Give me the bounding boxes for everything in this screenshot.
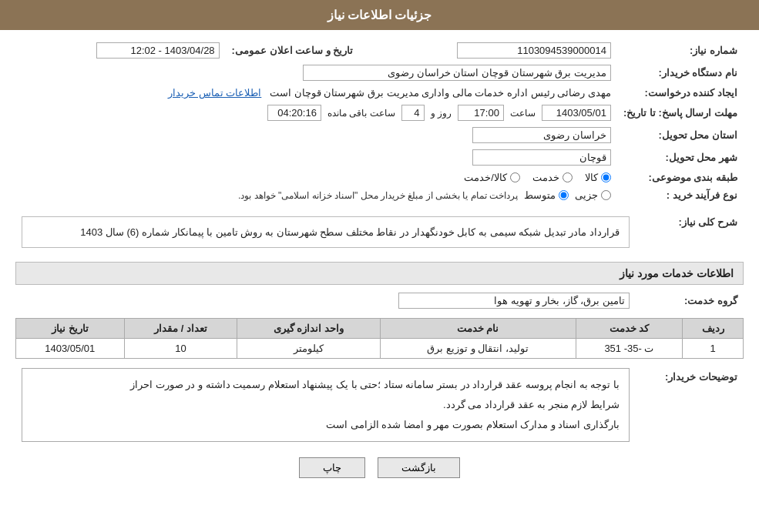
- col-unit: واحد اندازه گیری: [237, 319, 380, 339]
- need-desc-value: قرارداد مادر تبدیل شبکه سیمی به کابل خود…: [15, 210, 636, 254]
- deadline-time-display: 17:00: [458, 105, 504, 121]
- deadline-label: مهلت ارسال پاسخ: تا تاریخ:: [617, 102, 744, 124]
- info-table: شماره نیاز: 1103094539000014 تاریخ و ساع…: [15, 39, 744, 204]
- col-date: تاریخ نیاز: [16, 319, 125, 339]
- process-label: نوع فرآیند خرید :: [617, 186, 744, 204]
- cell-date: 1403/05/01: [16, 339, 125, 359]
- process-option-motavvaset[interactable]: متوسط: [524, 189, 569, 201]
- buyer-org-display: مدیریت برق شهرستان قوچان استان خراسان رض…: [303, 65, 611, 81]
- buyer-org-label: نام دستگاه خریدار:: [617, 62, 744, 84]
- service-group-label: گروه خدمت:: [636, 289, 744, 312]
- category-row: کالا خدمت کالا/خدمت: [15, 169, 617, 186]
- deadline-day-label: روز و: [431, 108, 452, 119]
- buyer-notes-label: توضیحات خریدار:: [636, 365, 744, 445]
- back-button[interactable]: بازگشت: [378, 457, 460, 478]
- category-option-khedmat[interactable]: خدمت: [532, 172, 573, 183]
- announce-date-display: 1403/04/28 - 12:02: [96, 42, 220, 59]
- services-header: اطلاعات خدمات مورد نیاز: [15, 262, 744, 285]
- need-number-display: 1103094539000014: [457, 42, 611, 59]
- buyer-notes-value: با توجه به انجام پروسه عقد قرارداد در بس…: [15, 365, 636, 445]
- buyer-note-line: با توجه به انجام پروسه عقد قرارداد در بس…: [32, 375, 620, 395]
- services-table: ردیف کد خدمت نام خدمت واحد اندازه گیری ت…: [15, 318, 744, 359]
- creator-value: مهدی رضائی رئیس اداره خدمات مالی واداری …: [270, 87, 611, 99]
- col-row: ردیف: [683, 319, 744, 339]
- remaining-label: ساعت باقی مانده: [327, 108, 395, 119]
- need-desc-label: شرح کلی نیاز:: [636, 210, 744, 254]
- city-value: قوچان: [15, 146, 617, 169]
- col-code: کد خدمت: [576, 319, 683, 339]
- announce-date-label: تاریخ و ساعت اعلان عمومی:: [226, 39, 360, 62]
- cell-name: تولید، انتقال و توزیع برق: [380, 339, 576, 359]
- col-quantity: تعداد / مقدار: [124, 319, 237, 339]
- remaining-time-display: 04:20:16: [267, 105, 321, 121]
- process-note: پرداخت تمام یا بخشی از مبلغ خریدار محل "…: [238, 190, 518, 201]
- process-option-jazei[interactable]: جزیی: [575, 189, 611, 201]
- announce-date-value: 1403/04/28 - 12:02: [15, 39, 226, 62]
- province-label: استان محل تحویل:: [617, 124, 744, 146]
- category-label: طبقه بندی موضوعی:: [617, 169, 744, 186]
- cell-unit: کیلومتر: [237, 339, 380, 359]
- deadline-row: 1403/05/01 ساعت 17:00 روز و 4 ساعت باقی …: [15, 102, 617, 124]
- need-number-value: 1103094539000014: [359, 39, 617, 62]
- need-desc-text: قرارداد مادر تبدیل شبکه سیمی به کابل خود…: [80, 226, 620, 238]
- cell-quantity: 10: [124, 339, 237, 359]
- category-option-kala[interactable]: کالا: [585, 172, 611, 183]
- deadline-date-display: 1403/05/01: [542, 105, 611, 121]
- deadline-time-label: ساعت: [510, 108, 536, 119]
- process-row: جزیی متوسط پرداخت تمام یا بخشی از مبلغ خ…: [15, 186, 617, 204]
- creator-link[interactable]: اطلاعات تماس خریدار: [168, 87, 261, 99]
- creator-row: مهدی رضائی رئیس اداره خدمات مالی واداری …: [15, 84, 617, 102]
- need-description-table: شرح کلی نیاز: قرارداد مادر تبدیل شبکه سی…: [15, 210, 744, 254]
- footer-buttons: بازگشت چاپ: [15, 457, 744, 478]
- need-number-label: شماره نیاز:: [617, 39, 744, 62]
- province-value: خراسان رضوی: [15, 124, 617, 146]
- buyer-note-line: بارگذاری اسناد و مدارک استعلام بصورت مهر…: [32, 415, 620, 435]
- buyer-notes-box: با توجه به انجام پروسه عقد قرارداد در بس…: [22, 368, 630, 442]
- need-desc-box: قرارداد مادر تبدیل شبکه سیمی به کابل خود…: [22, 216, 630, 248]
- category-option-both[interactable]: کالا/خدمت: [464, 172, 520, 183]
- page-title: جزئیات اطلاعات نیاز: [327, 8, 432, 22]
- city-display: قوچان: [472, 149, 611, 166]
- creator-label: ایجاد کننده درخواست:: [617, 84, 744, 102]
- service-group-value: تامین برق، گاز، بخار و تهویه هوا: [15, 289, 636, 312]
- cell-row: 1: [683, 339, 744, 359]
- deadline-days-display: 4: [401, 105, 425, 121]
- col-name: نام خدمت: [380, 319, 576, 339]
- buyer-note-line: شرایط لازم منجر به عقد قرارداد می گردد.: [32, 395, 620, 415]
- province-display: خراسان رضوی: [472, 127, 611, 143]
- print-button[interactable]: چاپ: [299, 457, 365, 478]
- service-group-table: گروه خدمت: تامین برق، گاز، بخار و تهویه …: [15, 289, 744, 312]
- buyer-notes-table: توضیحات خریدار: با توجه به انجام پروسه ع…: [15, 365, 744, 445]
- service-group-display: تامین برق، گاز، بخار و تهویه هوا: [398, 293, 630, 309]
- table-row: 1 ت -35- 351 تولید، انتقال و توزیع برق ک…: [16, 339, 744, 359]
- page-header: جزئیات اطلاعات نیاز: [0, 0, 759, 30]
- buyer-org-value: مدیریت برق شهرستان قوچان استان خراسان رض…: [15, 62, 617, 84]
- cell-code: ت -35- 351: [576, 339, 683, 359]
- city-label: شهر محل تحویل:: [617, 146, 744, 169]
